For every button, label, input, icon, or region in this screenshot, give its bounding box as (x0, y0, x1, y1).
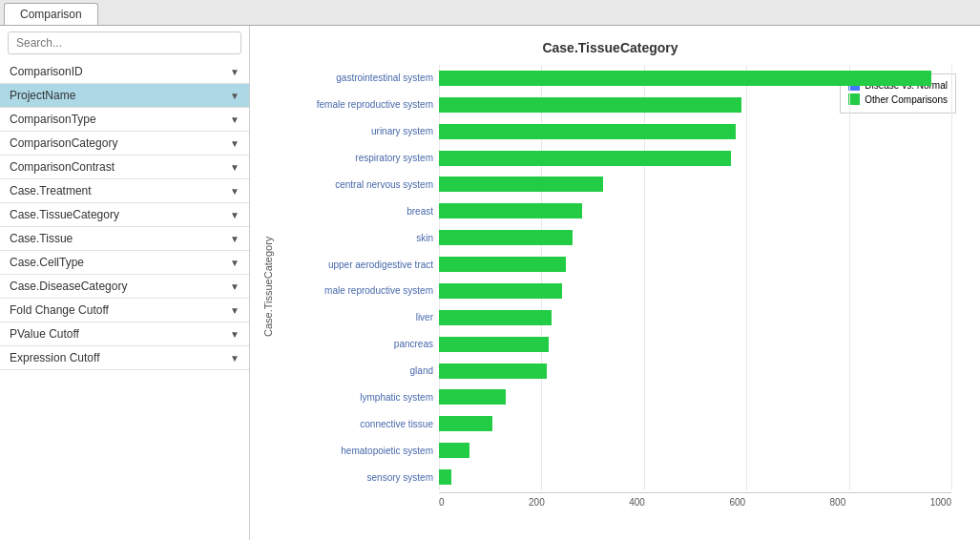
bar-label: lymphatic system (281, 392, 439, 403)
sidebar-item-label: Case.DiseaseCategory (10, 280, 127, 293)
sidebar-item-label: ComparisonContrast (10, 160, 115, 174)
tab-bar: Comparison (0, 0, 980, 26)
bar-row: sensory system (439, 467, 951, 488)
chevron-down-icon: ▼ (230, 234, 240, 244)
main-layout: ComparisonID▼ProjectName▼ComparisonType▼… (0, 26, 980, 540)
bar (439, 443, 469, 458)
bar (439, 97, 741, 113)
x-tick: 1000 (930, 497, 951, 508)
bar-row: upper aerodigestive tract (439, 254, 951, 275)
bar-label: gastrointestinal system (281, 73, 439, 83)
bar-row: connective tissue (439, 413, 951, 434)
bar-label: gland (281, 365, 439, 376)
bar-label: upper aerodigestive tract (281, 260, 439, 270)
sidebar-item-label: ComparisonCategory (10, 136, 117, 150)
sidebar-item-expression-cutoff[interactable]: Expression Cutoff▼ (0, 346, 249, 370)
bars-container: gastrointestinal systemfemale reproducti… (277, 65, 961, 490)
bar-label: respiratory system (281, 153, 439, 163)
bar (439, 203, 582, 218)
bar (439, 230, 573, 245)
sidebar-item-case-celltype[interactable]: Case.CellType▼ (0, 251, 249, 275)
bar (439, 389, 506, 405)
sidebar-item-label: Expression Cutoff (10, 351, 100, 364)
sidebar-item-label: Case.TissueCategory (10, 208, 119, 221)
bar-row: pancreas (439, 334, 951, 355)
sidebar-item-label: Case.Tissue (10, 232, 73, 245)
bar-label: central nervous system (281, 179, 439, 190)
sidebar-item-comparisonid[interactable]: ComparisonID▼ (0, 60, 249, 84)
chevron-down-icon: ▼ (230, 353, 240, 363)
x-tick: 800 (830, 497, 846, 508)
sidebar-item-pvalue-cutoff[interactable]: PValue Cutoff▼ (0, 322, 249, 346)
bar (439, 257, 566, 272)
x-tick: 200 (529, 497, 545, 508)
sidebar-item-label: Fold Change Cutoff (10, 303, 109, 317)
y-axis-label: Case.TissueCategory (260, 65, 277, 508)
chevron-down-icon: ▼ (230, 162, 240, 173)
chevron-down-icon: ▼ (230, 329, 240, 340)
bar-row: gland (439, 361, 951, 382)
bar (439, 124, 736, 139)
chevron-down-icon: ▼ (230, 281, 240, 292)
sidebar-item-label: Case.CellType (10, 256, 84, 269)
chevron-down-icon: ▼ (230, 67, 240, 77)
chart-title: Case.TissueCategory (260, 40, 961, 55)
sidebar-item-case-diseasecategory[interactable]: Case.DiseaseCategory▼ (0, 275, 249, 299)
x-tick: 400 (629, 497, 645, 508)
chevron-down-icon: ▼ (230, 305, 240, 316)
sidebar-item-case-treatment[interactable]: Case.Treatment▼ (0, 179, 249, 203)
bar (439, 469, 451, 485)
bar-row: liver (439, 307, 951, 328)
bar-label: urinary system (281, 126, 439, 136)
bar-label: female reproductive system (281, 99, 439, 110)
sidebar-item-comparisontype[interactable]: ComparisonType▼ (0, 108, 249, 132)
x-tick: 0 (439, 497, 445, 508)
sidebar-item-label: PValue Cutoff (10, 327, 79, 341)
chevron-down-icon: ▼ (230, 91, 240, 101)
tab-comparison[interactable]: Comparison (4, 3, 98, 25)
sidebar-item-comparisoncategory[interactable]: ComparisonCategory▼ (0, 132, 249, 156)
chevron-down-icon: ▼ (230, 210, 240, 220)
sidebar-item-label: ProjectName (10, 89, 75, 102)
bar (439, 310, 552, 325)
bar-label: breast (281, 206, 439, 217)
sidebar-item-case-tissuecategory[interactable]: Case.TissueCategory▼ (0, 203, 249, 227)
bar (439, 416, 492, 431)
bar-row: central nervous system (439, 174, 951, 195)
bar (439, 177, 603, 192)
bar-row: male reproductive system (439, 280, 951, 301)
sidebar-item-fold-change-cutoff[interactable]: Fold Change Cutoff▼ (0, 299, 249, 322)
app-container: Comparison ComparisonID▼ProjectName▼Comp… (0, 0, 980, 540)
bar-label: skin (281, 233, 439, 243)
bar-row: skin (439, 227, 951, 248)
bar-row: respiratory system (439, 148, 951, 169)
chevron-down-icon: ▼ (230, 114, 240, 125)
sidebar-item-case-tissue[interactable]: Case.Tissue▼ (0, 227, 249, 251)
bar-row: gastrointestinal system (439, 68, 951, 89)
bar-label: connective tissue (281, 419, 439, 429)
chart-area: Case.TissueCategory Disease vs. NormalOt… (250, 26, 980, 540)
bar-label: liver (281, 312, 439, 322)
bar-label: sensory system (281, 472, 439, 483)
bar (439, 71, 931, 86)
sidebar-items-container: ComparisonID▼ProjectName▼ComparisonType▼… (0, 60, 249, 370)
chevron-down-icon: ▼ (230, 138, 240, 149)
chevron-down-icon: ▼ (230, 186, 240, 197)
bar-label: pancreas (281, 339, 439, 349)
chevron-down-icon: ▼ (230, 258, 240, 268)
bar (439, 337, 549, 352)
bar-row: hematopoietic system (439, 440, 951, 461)
bar (439, 151, 731, 166)
chart-wrapper: Case.TissueCategory gastrointestinal sys… (260, 65, 961, 508)
sidebar-item-projectname[interactable]: ProjectName▼ (0, 84, 249, 108)
bar-row: urinary system (439, 121, 951, 142)
bar-row: lymphatic system (439, 386, 951, 407)
sidebar-item-label: Case.Treatment (10, 184, 92, 197)
search-input[interactable] (8, 31, 241, 54)
chart-inner: gastrointestinal systemfemale reproducti… (277, 65, 961, 508)
sidebar-item-label: ComparisonID (10, 65, 83, 78)
x-tick: 600 (729, 497, 745, 508)
sidebar-item-comparisoncontrast[interactable]: ComparisonContrast▼ (0, 156, 249, 179)
x-axis: 02004006008001000 (277, 497, 961, 508)
bar-row: breast (439, 200, 951, 221)
